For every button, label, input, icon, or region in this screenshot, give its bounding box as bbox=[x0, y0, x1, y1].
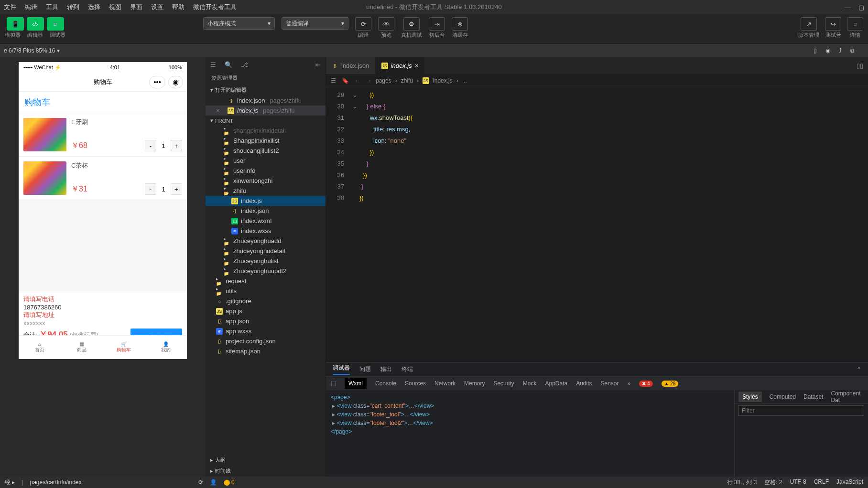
tree-item[interactable]: ▸ 📁userinfo bbox=[206, 166, 326, 176]
cursor-position[interactable]: 行 38，列 3 bbox=[727, 478, 757, 487]
menu-tools[interactable]: 工具 bbox=[46, 3, 58, 11]
forward-icon[interactable]: → bbox=[366, 77, 372, 84]
wxml-tree[interactable]: <page> ▸ <view class="cart_content">…</v… bbox=[326, 390, 734, 477]
breadcrumb-item[interactable]: pages bbox=[376, 77, 391, 84]
popout-icon[interactable]: ⧉ bbox=[850, 47, 855, 54]
tab-index-json[interactable]: {}index.json bbox=[326, 57, 376, 74]
dt-tab-debugger[interactable]: 调试器 bbox=[333, 364, 350, 375]
tab-goods[interactable]: ▦商品 bbox=[61, 336, 103, 359]
device-icon[interactable]: ▯ bbox=[814, 47, 817, 54]
menu-help[interactable]: 帮助 bbox=[172, 3, 184, 11]
tree-item[interactable]: JSapp.js bbox=[206, 306, 326, 316]
computed-tab[interactable]: Computed bbox=[770, 393, 796, 400]
mode-select[interactable]: 小程序模式 ▾ bbox=[203, 17, 275, 30]
split-icon[interactable]: ▯▯ bbox=[857, 62, 863, 69]
status-left[interactable]: 经 ▸ bbox=[5, 478, 15, 487]
tree-item[interactable]: ▸ 📁Zhuceyonghuupdt2 bbox=[206, 266, 326, 276]
compile-button[interactable]: ⟳ bbox=[355, 17, 371, 31]
user-icon[interactable]: 👤 bbox=[210, 479, 217, 486]
explorer-icon[interactable]: ☰ bbox=[210, 61, 216, 68]
error-badge[interactable]: ✖ 4 bbox=[639, 381, 652, 387]
testid-button[interactable]: ↪ bbox=[825, 17, 841, 31]
menu-wechat-devtools[interactable]: 微信开发者工具 bbox=[193, 3, 237, 11]
menu-file[interactable]: 文件 bbox=[4, 3, 16, 11]
submit-order-button[interactable]: 提交订单 bbox=[130, 329, 182, 335]
tree-item[interactable]: #index.wxss bbox=[206, 226, 326, 236]
search-icon[interactable]: 🔍 bbox=[225, 61, 232, 68]
phone-value[interactable]: 18767386260 bbox=[23, 304, 182, 311]
tree-item[interactable]: {}sitemap.json bbox=[206, 346, 326, 356]
remote-debug-button[interactable]: ⚙ bbox=[403, 17, 420, 31]
back-icon[interactable]: ← bbox=[355, 77, 360, 84]
tree-item[interactable]: ◫index.wxml bbox=[206, 216, 326, 226]
tab-me[interactable]: 👤我的 bbox=[145, 336, 187, 359]
menu-settings[interactable]: 设置 bbox=[151, 3, 163, 11]
front-section[interactable]: ▾ FRONT bbox=[206, 116, 326, 126]
dt2-console[interactable]: Console bbox=[375, 380, 396, 387]
dt-tab-terminal[interactable]: 终端 bbox=[401, 365, 413, 373]
device-info[interactable]: e 6/7/8 Plus 85% 16 ▾ bbox=[4, 47, 60, 54]
more-icon[interactable]: » bbox=[628, 380, 631, 387]
open-editor-item[interactable]: {}index.jsonpages\zhifu bbox=[206, 95, 326, 106]
version-button[interactable]: ↗ bbox=[801, 17, 817, 31]
minimize-icon[interactable]: — bbox=[845, 4, 851, 11]
share-icon[interactable]: ⤴ bbox=[839, 47, 842, 54]
background-button[interactable]: ⇥ bbox=[429, 17, 445, 31]
dt2-sensor[interactable]: Sensor bbox=[601, 380, 619, 387]
qty-plus-button[interactable]: + bbox=[171, 183, 182, 195]
dt-tab-problems[interactable]: 问题 bbox=[359, 365, 371, 373]
chevron-up-icon[interactable]: ⌃ bbox=[857, 366, 861, 373]
timeline-section[interactable]: ▸ 时间线 bbox=[206, 466, 326, 477]
close-icon[interactable]: × bbox=[415, 62, 419, 69]
menu-capsule-icon[interactable]: ••• bbox=[149, 76, 165, 88]
open-editors-section[interactable]: ▾ 打开的编辑器 bbox=[206, 85, 326, 95]
tree-item[interactable]: ▸ 📁Zhuceyonghulist bbox=[206, 256, 326, 266]
dt2-appdata[interactable]: AppData bbox=[545, 380, 567, 387]
clear-cache-button[interactable]: ⊗ bbox=[452, 17, 468, 31]
dt2-network[interactable]: Network bbox=[434, 380, 456, 387]
tree-item[interactable]: ▸ 📁Zhuceyonghuadd bbox=[206, 236, 326, 246]
dt2-sources[interactable]: Sources bbox=[405, 380, 426, 387]
tree-item[interactable]: {}app.json bbox=[206, 316, 326, 326]
dt2-security[interactable]: Security bbox=[493, 380, 514, 387]
preview-button[interactable]: 👁 bbox=[378, 17, 394, 31]
tree-item[interactable]: ▸ 📁zhuceyonghudetail bbox=[206, 246, 326, 256]
menu-view[interactable]: 视图 bbox=[109, 3, 121, 11]
breadcrumb-item[interactable]: index.js bbox=[433, 77, 453, 84]
tree-item[interactable]: ▸ 📁utils bbox=[206, 286, 326, 296]
simulator-button[interactable]: 📱 bbox=[7, 17, 24, 31]
componentdata-tab[interactable]: Component Dat bbox=[831, 390, 864, 403]
list-icon[interactable]: ☰ bbox=[331, 77, 336, 84]
tree-item[interactable]: ▸ 📁request bbox=[206, 276, 326, 286]
inspect-icon[interactable]: ⬚ bbox=[331, 380, 336, 387]
tree-item[interactable]: ▸ 📁user bbox=[206, 156, 326, 166]
menu-goto[interactable]: 转到 bbox=[67, 3, 79, 11]
tree-item[interactable]: JSindex.js bbox=[206, 196, 326, 206]
styles-tab[interactable]: Styles bbox=[738, 392, 762, 402]
menu-select[interactable]: 选择 bbox=[88, 3, 100, 11]
tree-item[interactable]: ▸ 📁shoucangjilulist2 bbox=[206, 146, 326, 156]
qty-minus-button[interactable]: - bbox=[145, 140, 156, 151]
encoding-info[interactable]: UTF-8 bbox=[790, 478, 806, 487]
dt2-mock[interactable]: Mock bbox=[523, 380, 537, 387]
tree-item[interactable]: ▸ 📁shangpinxinxidetail bbox=[206, 126, 326, 136]
dt2-memory[interactable]: Memory bbox=[464, 380, 485, 387]
language-info[interactable]: JavaScript bbox=[836, 478, 863, 487]
tree-item[interactable]: {}project.config.json bbox=[206, 336, 326, 346]
styles-filter-input[interactable] bbox=[738, 405, 864, 416]
eol-info[interactable]: CRLF bbox=[814, 478, 829, 487]
bookmark-icon[interactable]: 🔖 bbox=[342, 77, 349, 84]
dt2-audits[interactable]: Audits bbox=[576, 380, 592, 387]
tab-home[interactable]: ⌂首页 bbox=[19, 336, 61, 359]
close-icon[interactable]: × bbox=[216, 107, 223, 114]
debugger-button[interactable]: ≡ bbox=[47, 17, 64, 31]
collapse-icon[interactable]: ⇤ bbox=[315, 61, 321, 68]
outline-section[interactable]: ▸ 大纲 bbox=[206, 455, 326, 466]
badge-icon[interactable]: ⬤ 0 bbox=[224, 479, 235, 486]
indent-info[interactable]: 空格: 2 bbox=[764, 478, 782, 487]
record-icon[interactable]: ◉ bbox=[825, 47, 830, 54]
tree-item[interactable]: ▾ 📂zhifu bbox=[206, 186, 326, 196]
qty-plus-button[interactable]: + bbox=[171, 140, 182, 151]
dataset-tab[interactable]: Dataset bbox=[803, 393, 823, 400]
branch-icon[interactable]: ⎇ bbox=[241, 61, 248, 68]
